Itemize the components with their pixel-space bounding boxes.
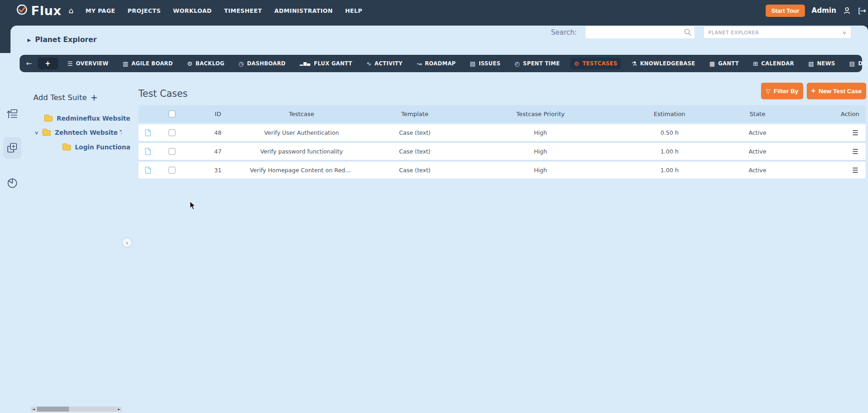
tab-overview[interactable]: ☰ OVERVIEW: [64, 58, 112, 69]
folder-icon: [63, 145, 71, 150]
tree-item-redmineflux-website[interactable]: Redmineflux Website: [44, 115, 131, 122]
cell-estimation: 1.00 h: [604, 167, 735, 174]
scroll-right-icon[interactable]: ►: [116, 407, 122, 412]
column-header-estimation[interactable]: Estimation: [604, 111, 735, 117]
table-row[interactable]: 48 Verify User Authentication Case (text…: [138, 124, 866, 141]
table-row[interactable]: 31 Verify Homepage Content on Redmin... …: [138, 162, 866, 179]
add-test-suite-icon[interactable]: [6, 142, 19, 154]
overview-icon: ☰: [68, 61, 73, 67]
flux-logo[interactable]: Flux: [16, 3, 61, 18]
folder-icon: [42, 130, 51, 136]
nav-item-label: WORKLOAD: [173, 7, 212, 14]
add-tab-button[interactable]: +: [38, 58, 58, 69]
cell-id: 31: [186, 167, 250, 174]
cell-state: Active: [735, 129, 780, 136]
cell-template: Case (text): [353, 167, 476, 174]
cell-state: Active: [735, 167, 780, 174]
tab-activity[interactable]: ∿ ACTIVITY: [363, 58, 406, 69]
nav-item-help[interactable]: HELP: [345, 7, 362, 14]
nav-item-projects[interactable]: PROJECTS: [127, 7, 161, 14]
column-header-template[interactable]: Template: [353, 111, 476, 117]
scrollbar-thumb[interactable]: [37, 407, 69, 412]
tree-item-label: Zehntech Website Tes: [55, 129, 122, 136]
tabs-scroll-left-icon[interactable]: ←: [26, 59, 32, 68]
tab-flux-gantt[interactable]: ▂▆▄ FLUX GANTT: [296, 58, 356, 69]
tab-dashboard[interactable]: ◷ DASHBOARD: [235, 58, 289, 69]
test-hierarchy-icon[interactable]: [6, 108, 19, 120]
plus-icon: +: [811, 87, 815, 95]
scroll-left-icon[interactable]: ◄: [31, 407, 37, 412]
nav-item-timesheet[interactable]: TIMESHEET: [224, 7, 262, 14]
project-selector-dropdown[interactable]: PLANET EXPLORER ∨: [703, 26, 852, 39]
cell-testcase[interactable]: Verify password functionality: [250, 148, 353, 155]
tab-knowledgebase[interactable]: ⚗ KNOWLEDGEBASE: [628, 58, 699, 69]
nav-item-my-page[interactable]: MY PAGE: [85, 7, 115, 14]
breadcrumb[interactable]: ▶ Planet Explorer: [27, 36, 97, 44]
tab-roadmap[interactable]: ↝ ROADMAP: [413, 58, 460, 69]
tab-news[interactable]: ▧ NEWS: [804, 58, 839, 69]
row-actions-menu-icon[interactable]: ☰: [852, 148, 858, 156]
nav-item-workload[interactable]: WORKLOAD: [173, 7, 212, 14]
cell-id: 47: [186, 148, 250, 155]
search-input[interactable]: [585, 26, 695, 39]
tab-calendar[interactable]: ⊞ CALENDAR: [749, 58, 798, 69]
tab-issues[interactable]: ▤ ISSUES: [466, 58, 504, 69]
column-header-priority[interactable]: Testcase Priority: [476, 111, 604, 117]
username-label[interactable]: Admin: [812, 6, 836, 15]
table-row[interactable]: 47 Verify password functionality Case (t…: [138, 143, 866, 160]
tree-item-label: Redmineflux Website: [57, 115, 130, 122]
project-panel: [11, 26, 868, 413]
tab-docu[interactable]: ▤ DOCU: [846, 58, 868, 69]
agile-board-icon: ▥: [122, 61, 128, 67]
app-window: Flux ⌂ MY PAGE PROJECTS WORKLOAD TIMESHE…: [0, 0, 868, 413]
tab-agile-board[interactable]: ▥ AGILE BOARD: [119, 58, 176, 69]
testcase-doc-icon: [138, 129, 158, 137]
column-header-id[interactable]: ID: [186, 111, 250, 117]
breadcrumb-arrow-icon: ▶: [27, 37, 31, 42]
tabs-holder: ☰ OVERVIEW ▥ AGILE BOARD ⚙ BACKLOG ◷ DAS…: [64, 58, 868, 69]
collapse-sidebar-button[interactable]: ‹: [122, 238, 132, 248]
tab-testcases[interactable]: ⚙ TESTCASES: [570, 58, 621, 69]
row-actions-menu-icon[interactable]: ☰: [852, 166, 858, 175]
horizontal-scrollbar[interactable]: ◄ ►: [31, 407, 122, 412]
tab-spent-time[interactable]: ◴ SPENT TIME: [511, 58, 563, 69]
row-actions-menu-icon[interactable]: ☰: [852, 129, 858, 137]
logout-icon[interactable]: [→: [858, 6, 865, 15]
column-header-testcase[interactable]: Testcase: [250, 111, 353, 117]
chevron-down-icon: ∨: [842, 30, 847, 36]
testcases-icon: ⚙: [574, 61, 579, 67]
search-row: Search: PLANET EXPLORER ∨: [551, 26, 852, 39]
search-box: [585, 26, 695, 39]
user-icon[interactable]: [843, 6, 851, 15]
tab-gantt[interactable]: ▦ GANTT: [706, 58, 743, 69]
cell-testcase[interactable]: Verify User Authentication: [250, 129, 353, 136]
left-rail-background: [0, 53, 11, 413]
docu-icon: ▤: [849, 61, 855, 67]
tab-backlog[interactable]: ⚙ BACKLOG: [183, 58, 228, 69]
start-tour-button[interactable]: Start Tour: [766, 5, 804, 17]
row-checkbox[interactable]: [169, 167, 175, 174]
row-checkbox[interactable]: [169, 129, 175, 136]
filter-by-button[interactable]: ▽ Filter By: [761, 83, 803, 99]
navbar-right: Start Tour Admin [→: [766, 5, 865, 17]
nav-item-administration[interactable]: ADMINISTRATION: [274, 7, 333, 14]
testcase-table-header: ID Testcase Template Testcase Priority E…: [138, 105, 866, 122]
reports-pie-icon[interactable]: [6, 176, 19, 189]
top-navbar: Flux ⌂ MY PAGE PROJECTS WORKLOAD TIMESHE…: [0, 0, 868, 21]
select-all-checkbox[interactable]: [169, 111, 175, 117]
add-test-suite-plus-icon[interactable]: +: [90, 92, 98, 102]
tree-item-zehntech-website-test[interactable]: ∨ Zehntech Website Tes: [35, 129, 122, 136]
row-checkbox[interactable]: [169, 148, 175, 155]
search-icon[interactable]: [684, 28, 692, 38]
nav-item-label: PROJECTS: [127, 7, 161, 14]
chevron-down-icon[interactable]: ∨: [35, 130, 39, 136]
new-test-case-button[interactable]: + New Test Case: [807, 83, 866, 99]
new-test-case-label: New Test Case: [819, 88, 862, 95]
flux-gantt-icon: ▂▆▄: [300, 62, 311, 66]
column-header-state[interactable]: State: [735, 111, 780, 117]
breadcrumb-label: Planet Explorer: [35, 36, 97, 44]
tree-item-login-functionality[interactable]: Login Functiona: [63, 143, 131, 151]
home-icon[interactable]: ⌂: [69, 6, 74, 15]
add-test-suite-header: Add Test Suite +: [33, 92, 98, 102]
cell-testcase[interactable]: Verify Homepage Content on Redmin...: [250, 167, 353, 174]
